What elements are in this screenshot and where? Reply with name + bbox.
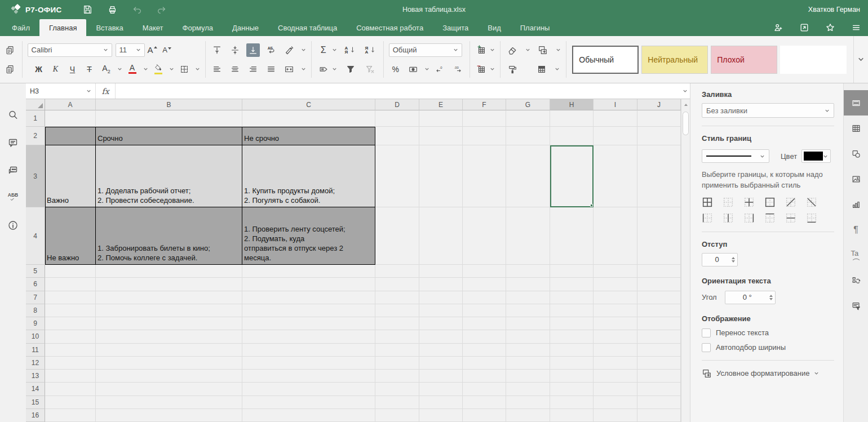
cell-H5[interactable]: [550, 265, 594, 278]
cell-name-box[interactable]: H3: [26, 83, 96, 99]
cell-D1[interactable]: [375, 110, 419, 127]
cell-C4[interactable]: 1. Проверить ленту соцсетей; 2. Подумать…: [242, 207, 375, 265]
undo-icon[interactable]: [131, 3, 143, 16]
cell-A13[interactable]: [45, 370, 96, 383]
cell-A3[interactable]: Важно: [45, 145, 96, 207]
paragraph-settings-icon[interactable]: ¶: [844, 217, 868, 242]
row-header-5[interactable]: 5: [26, 265, 45, 278]
cell-E5[interactable]: [419, 265, 463, 278]
border-color-select[interactable]: [801, 149, 831, 163]
align-center-button[interactable]: [228, 63, 242, 76]
scrollbar-thumb[interactable]: [683, 112, 689, 135]
cell-A1[interactable]: [45, 110, 96, 127]
cell-E9[interactable]: [419, 317, 463, 330]
cell-A11[interactable]: [45, 344, 96, 357]
number-format-select[interactable]: Общий: [389, 43, 462, 57]
cell-C9[interactable]: [242, 317, 375, 330]
border-diag-up-icon[interactable]: [785, 197, 796, 208]
cell-H16[interactable]: [550, 409, 594, 422]
cell-E7[interactable]: [419, 291, 463, 304]
cell-I10[interactable]: [594, 330, 637, 343]
cell-A8[interactable]: [45, 304, 96, 317]
cell-E14[interactable]: [419, 383, 463, 396]
fill-color-button[interactable]: [152, 63, 165, 76]
cell-B4[interactable]: 1. Забронировать билеты в кино; 2. Помоч…: [96, 207, 242, 265]
tab-Сводная таблица[interactable]: Сводная таблица: [268, 19, 347, 36]
cell-G11[interactable]: [506, 344, 550, 357]
cell-H1[interactable]: [550, 110, 594, 127]
cell-B1[interactable]: [96, 110, 242, 127]
tab-Данные[interactable]: Данные: [223, 19, 268, 36]
text-orientation-button[interactable]: АБ: [264, 43, 278, 57]
clear-button[interactable]: [506, 43, 519, 57]
column-header-I[interactable]: I: [594, 99, 637, 110]
cell-D15[interactable]: [375, 396, 419, 409]
comments-icon[interactable]: [5, 135, 21, 150]
cell-D13[interactable]: [375, 370, 419, 383]
cell-A12[interactable]: [45, 357, 96, 370]
wrap-text-checkbox[interactable]: [702, 328, 711, 337]
cell-H3[interactable]: [550, 145, 594, 207]
cell-J6[interactable]: [637, 278, 681, 291]
cell-F3[interactable]: [463, 145, 506, 207]
column-header-D[interactable]: D: [375, 99, 419, 110]
angle-spinner[interactable]: 0 °: [725, 291, 776, 304]
cell-style-Обычный[interactable]: Обычный: [572, 46, 639, 74]
save-icon[interactable]: [81, 3, 94, 16]
tab-Совместная работа[interactable]: Совместная работа: [347, 19, 433, 36]
cell-style-Нейтральный[interactable]: Нейтральный: [641, 46, 708, 74]
cell-J4[interactable]: [637, 207, 681, 265]
print-icon[interactable]: [106, 3, 118, 16]
cell-style-Плохой[interactable]: Плохой: [711, 46, 777, 74]
cell-C7[interactable]: [242, 291, 375, 304]
cell-B13[interactable]: [96, 370, 242, 383]
cell-B12[interactable]: [96, 357, 242, 370]
row-header-13[interactable]: 13: [26, 370, 45, 383]
cell-G1[interactable]: [506, 110, 550, 127]
column-header-A[interactable]: A: [45, 99, 96, 110]
hamburger-menu-icon[interactable]: [850, 21, 862, 34]
cell-G2[interactable]: [506, 127, 550, 145]
cell-F6[interactable]: [463, 278, 506, 291]
fill-select[interactable]: Без заливки: [702, 103, 834, 118]
increase-decimal-button[interactable]: .00: [451, 63, 464, 76]
column-header-C[interactable]: C: [242, 99, 375, 110]
cell-J12[interactable]: [637, 357, 681, 370]
cell-H2[interactable]: [550, 127, 594, 145]
cell-C12[interactable]: [242, 357, 375, 370]
cell-I3[interactable]: [594, 145, 637, 207]
cell-B10[interactable]: [96, 330, 242, 343]
row-header-12[interactable]: 12: [26, 357, 45, 370]
align-middle-button[interactable]: [228, 43, 242, 57]
row-header-10[interactable]: 10: [26, 330, 45, 343]
cell-I11[interactable]: [594, 344, 637, 357]
cell-C6[interactable]: [242, 278, 375, 291]
cell-A4[interactable]: Не важно: [45, 207, 96, 265]
row-header-14[interactable]: 14: [26, 383, 45, 396]
cell-H11[interactable]: [550, 344, 594, 357]
autosum-button[interactable]: Σ: [317, 43, 330, 57]
cell-J3[interactable]: [637, 145, 681, 207]
row-header-8[interactable]: 8: [26, 304, 45, 317]
image-settings-icon[interactable]: [844, 166, 868, 192]
border-line-style-select[interactable]: [702, 149, 769, 163]
cell-E10[interactable]: [419, 330, 463, 343]
cell-I14[interactable]: [594, 383, 637, 396]
increase-font-icon[interactable]: A: [146, 43, 160, 57]
cell-I8[interactable]: [594, 304, 637, 317]
font-name-select[interactable]: Calibri: [28, 43, 112, 57]
cell-E6[interactable]: [419, 278, 463, 291]
column-header-H[interactable]: H: [550, 99, 594, 110]
row-header-7[interactable]: 7: [26, 291, 45, 304]
formula-input[interactable]: [116, 83, 680, 99]
column-header-B[interactable]: B: [96, 99, 242, 110]
border-outer-icon[interactable]: [764, 197, 776, 208]
cell-C3[interactable]: 1. Купить продукты домой; 2. Погулять с …: [242, 145, 375, 207]
cell-D5[interactable]: [375, 265, 419, 278]
tab-Главная[interactable]: Главная: [39, 19, 86, 36]
cell-E16[interactable]: [419, 409, 463, 422]
cell-A15[interactable]: [45, 396, 96, 409]
cell-J5[interactable]: [637, 265, 681, 278]
cell-E15[interactable]: [419, 396, 463, 409]
conditional-formatting-button[interactable]: [536, 43, 550, 57]
